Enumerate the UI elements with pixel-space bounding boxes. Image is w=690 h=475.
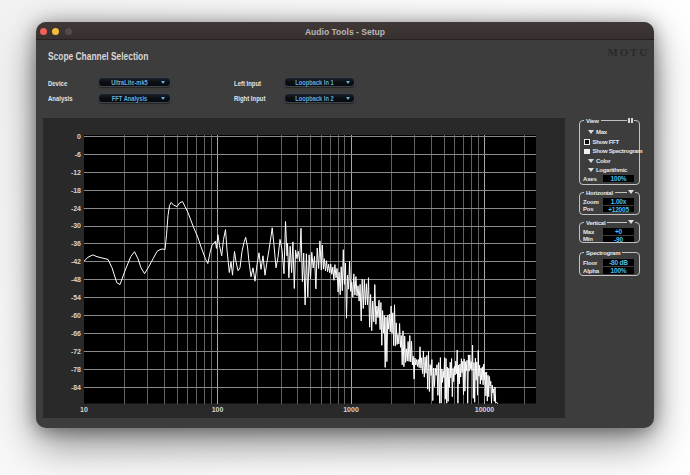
svg-text:10000: 10000 <box>475 406 495 413</box>
svg-text:-54: -54 <box>71 294 81 301</box>
svg-text:-24: -24 <box>71 205 81 212</box>
svg-text:10: 10 <box>80 406 88 413</box>
svg-text:1000: 1000 <box>343 406 359 413</box>
svg-text:-84: -84 <box>71 384 81 391</box>
svg-text:-48: -48 <box>71 276 81 283</box>
svg-text:-60: -60 <box>71 312 81 319</box>
svg-text:-72: -72 <box>71 348 81 355</box>
svg-text:-6: -6 <box>75 151 81 158</box>
svg-text:100: 100 <box>212 406 224 413</box>
svg-text:-36: -36 <box>71 240 81 247</box>
svg-text:-66: -66 <box>71 330 81 337</box>
svg-text:-78: -78 <box>71 366 81 373</box>
svg-text:-18: -18 <box>71 187 81 194</box>
svg-text:0: 0 <box>77 133 81 140</box>
svg-text:-30: -30 <box>71 222 81 229</box>
svg-text:-12: -12 <box>71 169 81 176</box>
svg-text:-42: -42 <box>71 258 81 265</box>
